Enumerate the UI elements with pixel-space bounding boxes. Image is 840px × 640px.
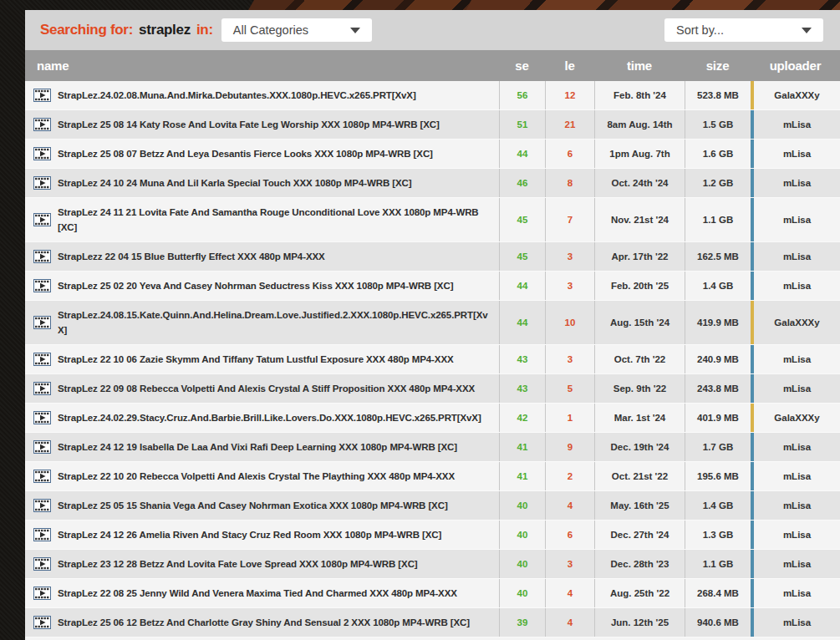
seeders-cell: 44 — [499, 272, 545, 300]
torrent-name-link[interactable]: StrapLez 25 06 12 Betzz And Charlotte Gr… — [58, 615, 470, 630]
video-file-icon — [33, 557, 51, 571]
column-header-time: time — [594, 58, 685, 73]
torrent-name-link[interactable]: StrapLez.24.02.29.Stacy.Cruz.And.Barbie.… — [58, 410, 481, 425]
time-cell: Feb. 8th '24 — [594, 81, 685, 109]
in-label: in: — [196, 22, 213, 38]
torrent-name-link[interactable]: StrapLez 22 08 25 Jenny Wild And Venera … — [58, 586, 457, 601]
video-file-icon — [33, 470, 51, 483]
table-row: StrapLez 22 10 06 Zazie Skymm And Tiffan… — [25, 345, 840, 374]
name-cell: StrapLez 23 12 28 Betzz And Lovita Fate … — [25, 550, 499, 578]
uploader-cell[interactable]: mLisa — [751, 140, 840, 168]
torrent-name-link[interactable]: StrapLez 24 11 21 Lovita Fate And Samant… — [58, 205, 489, 235]
name-cell: StrapLez 25 08 07 Betzz And Leya Desanti… — [25, 140, 499, 168]
name-cell: StrapLez 24 12 19 Isabella De Laa And Vi… — [25, 433, 499, 461]
seeders-cell: 42 — [499, 404, 545, 432]
name-cell: StrapLezz 22 04 15 Blue Butterfly Effect… — [25, 242, 499, 271]
size-cell: 419.9 MB — [685, 301, 751, 344]
name-cell: StrapLez.24.02.29.Stacy.Cruz.And.Barbie.… — [25, 404, 499, 432]
time-cell: Sep. 9th '22 — [594, 374, 685, 403]
size-cell: 1.6 GB — [685, 140, 751, 168]
torrent-name-link[interactable]: StrapLez 22 10 20 Rebecca Volpetti And A… — [58, 469, 455, 484]
leechers-cell: 2 — [545, 462, 594, 490]
uploader-cell[interactable]: mLisa — [751, 169, 840, 197]
uploader-cell[interactable]: mLisa — [751, 608, 840, 637]
uploader-cell[interactable]: mLisa — [751, 491, 840, 520]
video-file-icon — [33, 147, 51, 160]
category-select-value: All Categories — [233, 23, 308, 37]
name-cell: StrapLez 22 10 20 Rebecca Volpetti And A… — [25, 462, 499, 490]
uploader-cell[interactable]: mLisa — [751, 345, 840, 373]
column-header-seeders: se — [499, 58, 545, 73]
table-row: StrapLez 24 12 26 Amelia Riven And Stacy… — [25, 521, 840, 550]
time-cell: 8am Aug. 14th — [594, 110, 685, 139]
table-row: StrapLez 24 12 19 Isabella De Laa And Vi… — [25, 433, 840, 462]
seeders-cell: 40 — [499, 579, 545, 607]
time-cell: Mar. 1st '24 — [594, 404, 685, 432]
name-cell: StrapLez 22 10 06 Zazie Skymm And Tiffan… — [25, 345, 499, 373]
name-cell: StrapLez 22 09 08 Rebecca Volpetti And A… — [25, 374, 499, 403]
size-cell: 268.4 MB — [685, 579, 751, 607]
table-row: StrapLez 25 06 12 Betzz And Charlotte Gr… — [25, 608, 840, 637]
uploader-cell[interactable]: GalaXXXy — [751, 81, 840, 109]
uploader-cell[interactable]: mLisa — [751, 521, 840, 549]
uploader-cell[interactable]: mLisa — [751, 374, 840, 403]
uploader-cell[interactable]: GalaXXXy — [751, 301, 840, 344]
torrent-name-link[interactable]: StrapLez 25 08 14 Katy Rose And Lovita F… — [58, 117, 440, 132]
table-row: StrapLez 25 08 14 Katy Rose And Lovita F… — [25, 110, 840, 140]
torrent-name-link[interactable]: StrapLez 23 12 28 Betzz And Lovita Fate … — [58, 556, 418, 571]
name-cell: StrapLez 25 05 15 Shania Vega And Casey … — [25, 491, 499, 520]
sort-select[interactable]: Sort by... — [664, 18, 823, 42]
table-row: StrapLez 25 02 20 Yeva And Casey Nohrman… — [25, 272, 840, 301]
leechers-cell: 5 — [545, 374, 594, 403]
torrent-name-link[interactable]: StrapLez 24 10 24 Muna And Lil Karla Spe… — [58, 175, 411, 190]
leechers-cell: 1 — [545, 404, 594, 432]
results-panel: Searching for: straplez in: All Categori… — [25, 10, 840, 640]
leechers-cell: 12 — [545, 81, 594, 109]
category-select[interactable]: All Categories — [221, 18, 372, 42]
uploader-cell[interactable]: mLisa — [751, 272, 840, 300]
torrent-name-link[interactable]: StrapLezz 22 04 15 Blue Butterfly Effect… — [58, 249, 325, 264]
name-cell: StrapLez 24 10 24 Muna And Lil Karla Spe… — [25, 169, 499, 197]
torrent-name-link[interactable]: StrapLez.24.02.08.Muna.And.Mirka.Debutan… — [58, 88, 416, 103]
seeders-cell: 41 — [499, 433, 545, 461]
table-row: StrapLez 24 10 24 Muna And Lil Karla Spe… — [25, 169, 840, 198]
time-cell: Aug. 25th '22 — [594, 579, 685, 607]
video-file-icon — [33, 616, 51, 629]
torrent-name-link[interactable]: StrapLez 25 02 20 Yeva And Casey Nohrman… — [58, 278, 453, 293]
torrent-name-link[interactable]: StrapLez.24.08.15.Kate.Quinn.And.Helina.… — [58, 307, 489, 338]
torrent-name-link[interactable]: StrapLez 22 10 06 Zazie Skymm And Tiffan… — [58, 352, 454, 367]
size-cell: 1.7 GB — [685, 433, 751, 461]
video-file-icon — [33, 176, 51, 190]
seeders-cell: 46 — [499, 169, 545, 197]
name-cell: StrapLez 24 12 26 Amelia Riven And Stacy… — [25, 521, 499, 549]
leechers-cell: 3 — [545, 272, 594, 300]
time-cell: 1pm Aug. 7th — [594, 140, 685, 168]
video-file-icon — [33, 213, 51, 226]
uploader-cell[interactable]: mLisa — [751, 579, 840, 607]
uploader-cell[interactable]: mLisa — [751, 462, 840, 490]
table-row: StrapLez.24.02.29.Stacy.Cruz.And.Barbie.… — [25, 404, 840, 433]
size-cell: 523.8 MB — [685, 81, 751, 109]
name-cell: StrapLez 25 08 14 Katy Rose And Lovita F… — [25, 110, 499, 139]
time-cell: May. 16th '25 — [594, 491, 685, 520]
time-cell: Oct. 21st '22 — [594, 462, 685, 490]
uploader-cell[interactable]: GalaXXXy — [751, 404, 840, 432]
time-cell: Dec. 19th '24 — [594, 433, 685, 461]
chevron-down-icon — [350, 28, 360, 33]
torrent-name-link[interactable]: StrapLez 25 08 07 Betzz And Leya Desanti… — [58, 146, 433, 161]
column-header-size: size — [685, 58, 751, 73]
uploader-cell[interactable]: mLisa — [751, 242, 840, 271]
torrent-name-link[interactable]: StrapLez 25 05 15 Shania Vega And Casey … — [58, 498, 448, 513]
uploader-cell[interactable]: mLisa — [751, 110, 840, 139]
torrent-name-link[interactable]: StrapLez 24 12 26 Amelia Riven And Stacy… — [58, 527, 441, 542]
torrent-name-link[interactable]: StrapLez 24 12 19 Isabella De Laa And Vi… — [58, 439, 457, 455]
uploader-cell[interactable]: mLisa — [751, 550, 840, 578]
table-row: StrapLez 22 10 20 Rebecca Volpetti And A… — [25, 462, 840, 491]
torrent-name-link[interactable]: StrapLez 22 09 08 Rebecca Volpetti And A… — [58, 381, 475, 396]
leechers-cell: 10 — [545, 301, 594, 344]
table-row: StrapLez 25 08 07 Betzz And Leya Desanti… — [25, 140, 840, 169]
leechers-cell: 3 — [545, 242, 594, 271]
uploader-cell[interactable]: mLisa — [751, 433, 840, 461]
uploader-cell[interactable]: mLisa — [751, 198, 840, 241]
time-cell: Dec. 27th '24 — [594, 521, 685, 549]
